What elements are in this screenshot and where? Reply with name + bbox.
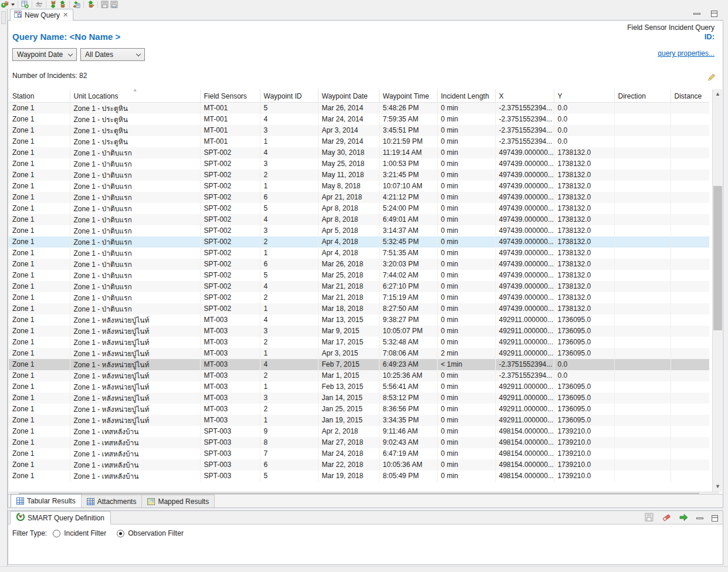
col-waypoint-time[interactable]: Waypoint Time (379, 89, 437, 102)
table-row[interactable]: Zone 1Zone 1 - หลังหน่วยปู่ไนท์MT-0032Ja… (9, 404, 709, 415)
table-row[interactable]: Zone 1Zone 1 - หลังหน่วยปู่ไนท์MT-0034Ma… (9, 314, 709, 326)
table-row[interactable]: Zone 1Zone 1 - เทสหลังบ้านSPT-0038Mar 27… (9, 437, 709, 448)
table-row[interactable]: Zone 1Zone 1 - ป่าดิบแรกSPT-0024May 30, … (9, 147, 709, 158)
maximize-icon[interactable] (712, 515, 718, 522)
col-y[interactable]: Y (554, 89, 614, 102)
cell-y: 1739210.0 (554, 448, 614, 459)
col-station[interactable]: Station (9, 89, 70, 102)
fast-view-handle[interactable] (1, 11, 6, 24)
col-distance[interactable]: Distance (671, 89, 709, 102)
paw-report-icon[interactable] (73, 1, 80, 8)
table-row[interactable]: Zone 1Zone 1 - ป่าดิบแรกSPT-0022Apr 4, 2… (9, 236, 709, 248)
cell-field-sensors: SPT-002 (200, 281, 260, 292)
pencil-icon[interactable] (706, 73, 716, 82)
date-range-dropdown[interactable]: All Dates (80, 48, 145, 61)
cell-field-sensors: SPT-002 (200, 292, 260, 303)
table-row[interactable]: Zone 1Zone 1 - เทสหลังบ้านSPT-0039Apr 2,… (9, 426, 709, 437)
save-all-icon[interactable] (110, 1, 118, 8)
radio-incident-filter-icon[interactable] (53, 530, 60, 537)
fast-view-bar[interactable] (0, 9, 8, 566)
cell-waypoint-time: 6:47:19 AM (379, 448, 437, 459)
table-row[interactable]: Zone 1Zone 1 - ป่าดิบแรกSPT-0023May 25, … (9, 158, 709, 170)
cell-waypoint-id: 8 (260, 437, 318, 448)
col-incident-length[interactable]: Incident Length (437, 89, 495, 102)
new-query-caret-icon[interactable] (11, 4, 15, 6)
close-icon[interactable]: ✕ (63, 11, 68, 19)
date-field-dropdown[interactable]: Waypoint Date (12, 48, 77, 61)
radio-observation-filter-icon[interactable] (117, 530, 124, 537)
cell-unit-locations: Zone 1 - เทสหลังบ้าน (70, 426, 200, 437)
cell-unit-locations: Zone 1 - ป่าดิบแรก (70, 303, 200, 314)
new-record-icon[interactable] (21, 1, 29, 8)
table-row[interactable]: Zone 1Zone 1 - ประตูหินMT-0014Mar 24, 20… (9, 114, 709, 125)
table-row[interactable]: Zone 1Zone 1 - ประตูหินMT-0015Mar 26, 20… (9, 102, 709, 114)
transfer-arrows-icon[interactable] (35, 1, 43, 8)
tab-new-query[interactable]: New Query ✕ (10, 9, 73, 21)
cell-incident-length: 0 min (437, 471, 495, 482)
table-row[interactable]: Zone 1Zone 1 - ป่าดิบแรกSPT-0026Apr 21, … (9, 192, 709, 203)
col-direction[interactable]: Direction (614, 89, 671, 102)
tab-tabular-results[interactable]: Tabular Results (11, 494, 82, 507)
table-row[interactable]: Zone 1Zone 1 - ป่าดิบแรกSPT-0024Mar 21, … (9, 281, 709, 292)
tab-attachments[interactable]: Attachments (81, 495, 143, 507)
table-row[interactable]: Zone 1Zone 1 - หลังหน่วยปู่ไนท์MT-0032Ma… (9, 370, 709, 381)
paw-download-icon[interactable] (49, 1, 57, 8)
save-query-icon[interactable] (645, 513, 653, 523)
scroll-down-icon[interactable]: ▼ (713, 482, 723, 492)
table-row[interactable]: Zone 1Zone 1 - ประตูหินMT-0011Mar 29, 20… (9, 136, 709, 147)
run-query-icon[interactable] (679, 513, 688, 523)
erase-filter-icon[interactable] (662, 513, 671, 523)
minimize-icon[interactable] (696, 517, 703, 519)
col-waypoint-id[interactable]: Waypoint ID (260, 89, 318, 102)
table-row[interactable]: Zone 1Zone 1 - ป่าดิบแรกSPT-0023Apr 5, 2… (9, 225, 709, 236)
cell-y: 1738132.0 (554, 203, 614, 214)
table-row[interactable]: Zone 1Zone 1 - ป่าดิบแรกSPT-0021Mar 18, … (9, 303, 709, 314)
table-row[interactable]: Zone 1Zone 1 - เทสหลังบ้านSPT-0037Mar 24… (9, 448, 709, 459)
cell-waypoint-id: 5 (260, 471, 318, 482)
table-row[interactable]: Zone 1Zone 1 - หลังหน่วยปู่ไนท์MT-0031Ap… (9, 348, 709, 359)
table-row[interactable]: Zone 1Zone 1 - หลังหน่วยปู่ไนท์MT-0031Ja… (9, 415, 709, 426)
cell-incident-length: 0 min (437, 314, 495, 326)
observation-filter-option[interactable]: Observation Filter (117, 529, 184, 537)
table-row[interactable]: Zone 1Zone 1 - หลังหน่วยปู่ไนท์MT-0033Ja… (9, 392, 709, 404)
save-icon[interactable] (101, 1, 109, 8)
table-row[interactable]: Zone 1Zone 1 - หลังหน่วยปู่ไนท์MT-0033Ma… (9, 326, 709, 337)
incident-filter-option[interactable]: Incident Filter (53, 529, 106, 537)
col-unit-locations[interactable]: ^Unit Locations (70, 89, 200, 102)
scroll-up-icon[interactable]: ▲ (713, 89, 723, 99)
col-waypoint-date[interactable]: Waypoint Date (318, 89, 379, 102)
tab-smart-query-definition[interactable]: SMART Query Definition (10, 511, 111, 524)
status-bar (0, 566, 728, 572)
table-row[interactable]: Zone 1Zone 1 - ป่าดิบแรกSPT-0022May 11, … (9, 170, 709, 181)
col-field-sensors[interactable]: Field Sensors (200, 89, 260, 102)
minimize-icon[interactable] (693, 13, 700, 15)
table-row[interactable]: Zone 1Zone 1 - ป่าดิบแรกSPT-0026Mar 26, … (9, 259, 709, 270)
table-row[interactable]: Zone 1Zone 1 - ป่าดิบแรกSPT-0021Apr 4, 2… (9, 248, 709, 259)
cell-x: 492911.000000... (495, 381, 554, 392)
new-query-dropdown-icon[interactable] (1, 1, 9, 8)
table-row[interactable]: Zone 1Zone 1 - เทสหลังบ้านSPT-0035Mar 19… (9, 471, 709, 482)
table-row[interactable]: Zone 1Zone 1 - ป่าดิบแรกSPT-0021May 8, 2… (9, 181, 709, 192)
query-properties-link[interactable]: query properties... (658, 49, 715, 57)
paw-upload-small-icon[interactable] (59, 1, 66, 8)
table-row[interactable]: Zone 1Zone 1 - หลังหน่วยปู่ไนท์MT-0031Fe… (9, 381, 709, 392)
table-row[interactable]: Zone 1Zone 1 - ประตูหินMT-0013Apr 3, 201… (9, 125, 709, 136)
table-row[interactable]: Zone 1Zone 1 - หลังหน่วยปู่ไนท์MT-0034Fe… (9, 359, 709, 370)
cell-direction (614, 437, 671, 448)
cell-direction (614, 415, 671, 426)
paw-export-icon[interactable] (87, 1, 94, 8)
col-x[interactable]: X (495, 89, 554, 102)
table-row[interactable]: Zone 1Zone 1 - เทสหลังบ้านSPT-0036Mar 22… (9, 459, 709, 471)
vertical-scroll-thumb[interactable] (713, 186, 722, 330)
table-row[interactable]: Zone 1Zone 1 - ป่าดิบแรกSPT-0025Mar 25, … (9, 270, 709, 281)
tab-mapped-results[interactable]: Mapped Results (141, 495, 215, 507)
table-row[interactable]: Zone 1Zone 1 - ป่าดิบแรกSPT-0024Apr 8, 2… (9, 214, 709, 225)
cell-station: Zone 1 (9, 415, 70, 426)
table-row[interactable]: Zone 1Zone 1 - ป่าดิบแรกSPT-0022Mar 21, … (9, 292, 709, 303)
vertical-scrollbar[interactable]: ▲ ▼ (712, 89, 722, 492)
table-row[interactable]: Zone 1Zone 1 - หลังหน่วยปู่ไนท์MT-0032Ma… (9, 337, 709, 348)
cell-unit-locations: Zone 1 - หลังหน่วยปู่ไนท์ (70, 370, 200, 381)
table-row[interactable]: Zone 1Zone 1 - ป่าดิบแรกSPT-0025Apr 8, 2… (9, 203, 709, 214)
maximize-icon[interactable] (711, 11, 717, 17)
cell-waypoint-time: 10:07:10 AM (379, 181, 437, 192)
